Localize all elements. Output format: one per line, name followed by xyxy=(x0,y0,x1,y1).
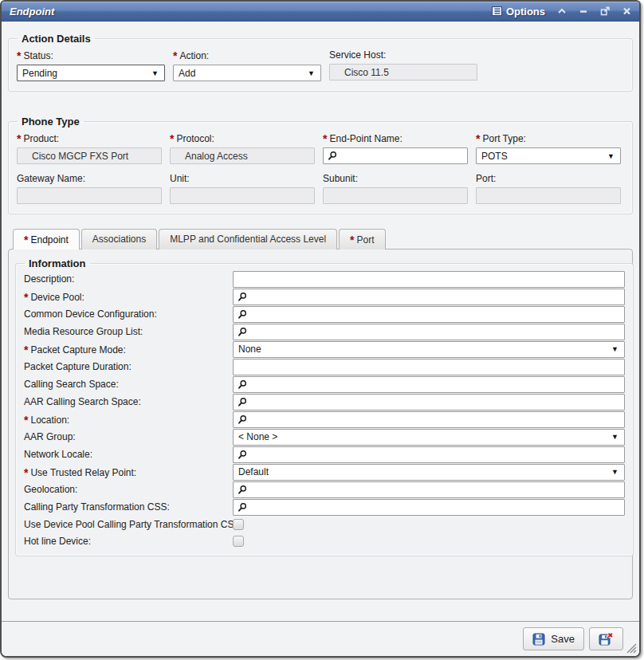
control-cell xyxy=(233,271,625,288)
search-icon xyxy=(238,397,247,407)
endpoint-tab-panel: Information Description:*Device Pool:Com… xyxy=(8,249,633,599)
control-cell: Default▼ xyxy=(233,464,625,481)
label-service-host: Service Host: xyxy=(329,49,477,61)
save-button[interactable]: Save xyxy=(523,627,584,650)
close-icon[interactable] xyxy=(622,7,631,15)
field-network-locale-input[interactable] xyxy=(233,446,625,463)
field-description-input[interactable] xyxy=(233,271,625,288)
titlebar[interactable]: Endpoint Options xyxy=(2,2,639,22)
control-cell xyxy=(233,324,625,340)
form-field-service-host: Service Host:Cisco 11.5 xyxy=(329,45,477,81)
field-calling-search-space-input[interactable] xyxy=(233,376,625,393)
field-calling-party-transformation-css-input[interactable] xyxy=(233,499,625,516)
label-subunit: Subunit: xyxy=(323,173,468,184)
selected-value: Add xyxy=(174,68,195,79)
form-field-unit: Unit: xyxy=(170,169,315,204)
field-port-input xyxy=(476,187,621,204)
field-media-resource-group-list-input[interactable] xyxy=(233,324,625,340)
search-icon xyxy=(238,502,247,513)
phone-type-legend: Phone Type xyxy=(18,116,84,128)
field-device-pool-input[interactable] xyxy=(233,289,625,305)
label-location: *Location: xyxy=(24,414,233,426)
label-unit: Unit: xyxy=(170,173,315,184)
search-icon xyxy=(238,292,247,302)
action-details-section: Action Details *Status:Pending▼*Action:A… xyxy=(8,33,633,92)
selected-value: < None > xyxy=(234,431,277,442)
field-use-trusted-relay-point-select[interactable]: Default▼ xyxy=(233,464,625,481)
readonly-value: Cisco 11.5 xyxy=(330,67,389,78)
label-end-point-name: *End-Point Name: xyxy=(323,132,468,144)
info-row-hot-line-device: Hot line Device: xyxy=(24,532,625,549)
form-field-subunit: Subunit: xyxy=(323,169,468,204)
label-media-resource-group-list: Media Resource Group List: xyxy=(24,326,233,337)
field-aar-group-select[interactable]: < None >▼ xyxy=(233,429,625,446)
field-port-type-select[interactable]: POTS▼ xyxy=(476,147,621,164)
popout-icon[interactable] xyxy=(600,6,611,16)
endpoint-window: Endpoint Options xyxy=(0,0,641,658)
tab-label: Associations xyxy=(92,234,146,245)
action-details-legend: Action Details xyxy=(18,33,95,45)
label-common-device-configuration: Common Device Configuration: xyxy=(24,308,233,320)
field-end-point-name-input[interactable] xyxy=(323,147,468,164)
field-protocol-input: Analog Access xyxy=(170,147,315,164)
search-icon xyxy=(238,379,247,390)
required-asterisk: * xyxy=(24,234,28,246)
tab-endpoint[interactable]: *Endpoint xyxy=(13,229,80,249)
tab-associations[interactable]: Associations xyxy=(81,229,157,249)
tab-label: MLPP and Confidential Access Level xyxy=(170,234,326,245)
required-asterisk: * xyxy=(24,466,28,479)
label-network-locale: Network Locale: xyxy=(24,449,233,460)
tab-label: Endpoint xyxy=(30,234,68,246)
label-product: *Product: xyxy=(17,132,162,144)
selected-value: POTS xyxy=(477,151,508,162)
field-common-device-configuration-input[interactable] xyxy=(233,306,625,323)
info-row-common-device-configuration: Common Device Configuration: xyxy=(24,305,625,323)
field-hot-line-device-checkbox[interactable] xyxy=(233,536,244,547)
required-asterisk: * xyxy=(173,49,177,62)
titlebar-controls: Options xyxy=(492,6,631,18)
field-location-input[interactable] xyxy=(233,411,625,428)
options-button[interactable]: Options xyxy=(492,6,545,18)
info-row-description: Description: xyxy=(24,270,625,288)
info-row-use-trusted-relay-point: *Use Trusted Relay Point:Default▼ xyxy=(24,463,625,481)
field-aar-calling-search-space-input[interactable] xyxy=(233,394,625,411)
selected-value: None xyxy=(234,344,261,355)
minimize-icon[interactable] xyxy=(579,7,588,15)
dropdown-arrow-icon: ▼ xyxy=(611,433,624,441)
tab-mlpp-and-confidential-access-level[interactable]: MLPP and Confidential Access Level xyxy=(159,229,337,249)
control-cell xyxy=(233,536,625,547)
dropdown-arrow-icon: ▼ xyxy=(151,69,164,77)
field-packet-capture-mode-select[interactable]: None▼ xyxy=(233,341,625,358)
field-geolocation-input[interactable] xyxy=(233,481,625,498)
label-port: Port: xyxy=(476,173,621,184)
search-icon xyxy=(328,151,337,161)
required-asterisk: * xyxy=(24,344,28,356)
tab-port[interactable]: *Port xyxy=(339,229,385,249)
field-service-host-input: Cisco 11.5 xyxy=(329,64,477,81)
required-asterisk: * xyxy=(476,132,480,145)
field-use-device-pool-calling-party-transformation-css-checkbox[interactable] xyxy=(233,519,244,530)
window-title: Endpoint xyxy=(10,6,54,18)
info-row-network-locale: Network Locale: xyxy=(24,446,625,463)
label-use-trusted-relay-point: *Use Trusted Relay Point: xyxy=(24,466,233,478)
required-asterisk: * xyxy=(24,414,28,426)
search-icon xyxy=(238,309,247,320)
form-field-end-point-name: *End-Point Name: xyxy=(323,128,468,164)
control-cell xyxy=(233,446,625,463)
save-and-close-button[interactable] xyxy=(589,627,623,650)
field-packet-capture-duration-input[interactable] xyxy=(233,359,625,375)
tab-label: Port xyxy=(357,234,375,246)
field-action-select[interactable]: Add▼ xyxy=(173,65,321,81)
information-legend: Information xyxy=(25,257,90,269)
information-section: Information Description:*Device Pool:Com… xyxy=(15,257,634,556)
info-row-packet-capture-duration: Packet Capture Duration: xyxy=(24,358,625,375)
collapse-icon[interactable] xyxy=(557,7,567,15)
options-label: Options xyxy=(506,6,545,18)
tab-container: *EndpointAssociationsMLPP and Confidenti… xyxy=(8,229,633,599)
label-port-type: *Port Type: xyxy=(476,132,621,144)
readonly-value: Analog Access xyxy=(171,151,248,162)
readonly-value: Cisco MGCP FXS Port xyxy=(18,151,128,162)
resize-grip[interactable] xyxy=(625,642,637,654)
field-status-select[interactable]: Pending▼ xyxy=(17,65,165,81)
control-cell: < None >▼ xyxy=(233,429,625,446)
